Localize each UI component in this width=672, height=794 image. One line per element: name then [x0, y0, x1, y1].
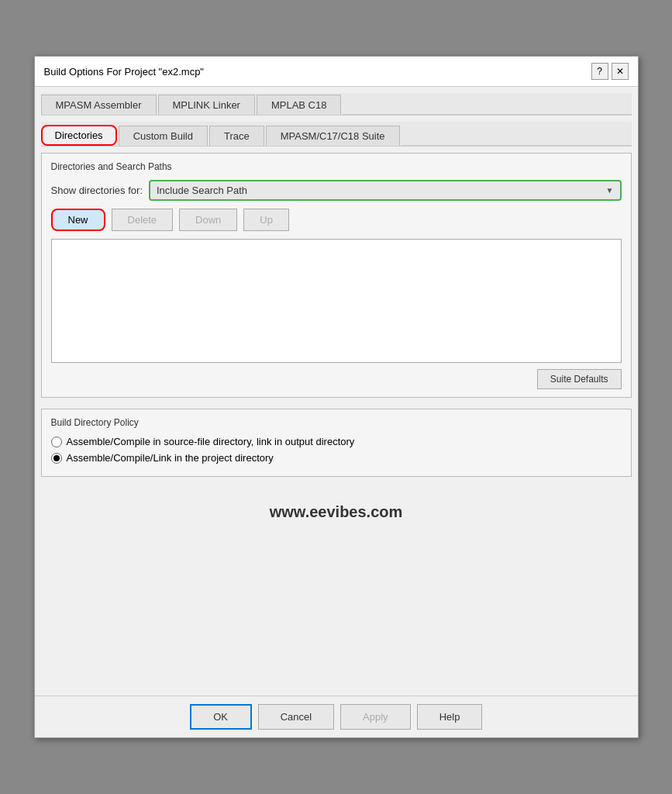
title-bar: Build Options For Project "ex2.mcp" ? ✕ — [35, 57, 638, 87]
apply-button[interactable]: Apply — [340, 704, 411, 730]
tab-directories[interactable]: Directories — [41, 125, 117, 146]
policy-option-1-row: Assemble/Compile in source-file director… — [51, 436, 622, 447]
suite-defaults-button[interactable]: Suite Defaults — [537, 369, 622, 389]
show-directories-label: Show directories for: — [51, 185, 143, 196]
tab-custom-build[interactable]: Custom Build — [119, 126, 208, 146]
policy-section: Build Directory Policy Assemble/Compile … — [41, 409, 632, 477]
tab-mplab-c18[interactable]: MPLAB C18 — [257, 95, 342, 115]
ok-button[interactable]: OK — [190, 704, 252, 730]
down-button[interactable]: Down — [179, 209, 237, 231]
directories-section-label: Directories and Search Paths — [51, 161, 622, 172]
radio-option-2[interactable] — [51, 453, 62, 464]
tab-mpasm-assembler[interactable]: MPASM Assembler — [41, 95, 157, 115]
policy-option-1-label: Assemble/Compile in source-file director… — [67, 436, 355, 447]
dialog-body: MPASM Assembler MPLINK Linker MPLAB C18 … — [35, 87, 638, 696]
search-path-dropdown[interactable]: Include Search Path ▼ — [149, 180, 622, 201]
tab-mplink-linker[interactable]: MPLINK Linker — [158, 95, 255, 115]
up-button[interactable]: Up — [243, 209, 289, 231]
tab-row-bottom: Directories Custom Build Trace MPASM/C17… — [41, 122, 632, 147]
chevron-down-icon: ▼ — [606, 186, 614, 195]
help-dialog-button[interactable]: Help — [417, 704, 483, 730]
policy-section-label: Build Directory Policy — [51, 417, 622, 428]
tab-trace[interactable]: Trace — [209, 126, 264, 146]
delete-button[interactable]: Delete — [112, 209, 174, 231]
tab-mpasm-suite[interactable]: MPASM/C17/C18 Suite — [266, 126, 400, 146]
directory-list — [51, 239, 622, 363]
watermark: www.eevibes.com — [41, 488, 632, 529]
tab-row-top: MPASM Assembler MPLINK Linker MPLAB C18 — [41, 93, 632, 116]
directories-section: Directories and Search Paths Show direct… — [41, 153, 632, 398]
bottom-bar: OK Cancel Apply Help — [35, 696, 638, 737]
dialog-title: Build Options For Project "ex2.mcp" — [44, 66, 204, 78]
show-directories-row: Show directories for: Include Search Pat… — [51, 180, 622, 201]
radio-option-1[interactable] — [51, 437, 62, 447]
dialog: Build Options For Project "ex2.mcp" ? ✕ … — [34, 56, 639, 738]
policy-option-2-label: Assemble/Compile/Link in the project dir… — [67, 452, 274, 464]
policy-option-2-row: Assemble/Compile/Link in the project dir… — [51, 452, 622, 464]
help-button[interactable]: ? — [591, 63, 608, 80]
close-button[interactable]: ✕ — [612, 63, 629, 80]
new-button[interactable]: New — [51, 209, 105, 231]
cancel-button[interactable]: Cancel — [258, 704, 334, 730]
dropdown-value: Include Search Path — [157, 185, 247, 196]
suite-defaults-row: Suite Defaults — [51, 369, 622, 389]
directory-buttons-row: New Delete Down Up — [51, 209, 622, 231]
